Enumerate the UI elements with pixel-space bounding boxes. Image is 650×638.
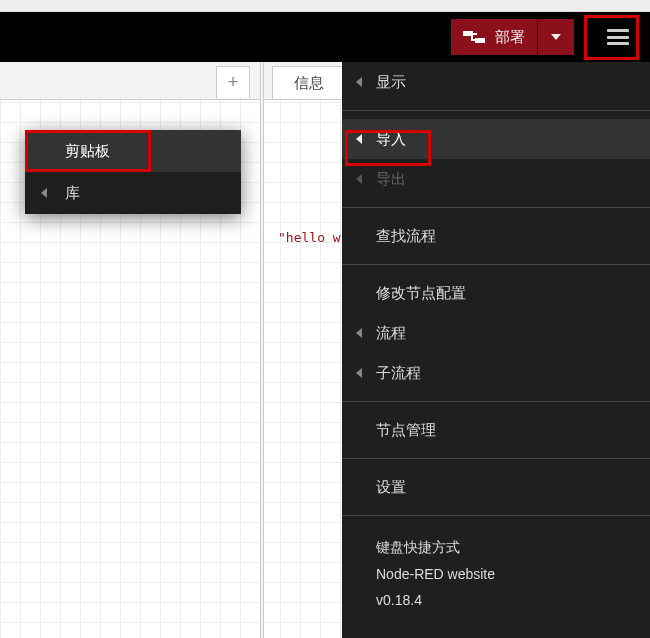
svg-rect-4: [471, 33, 473, 41]
menu-footer: 键盘快捷方式 Node-RED website v0.18.4: [342, 524, 650, 624]
import-submenu: 剪贴板 库: [25, 130, 241, 214]
deploy-icon: [463, 29, 485, 45]
menu-item-label: 导入: [376, 130, 406, 149]
deploy-button[interactable]: 部署: [451, 19, 537, 55]
submenu-item-library[interactable]: 库: [25, 172, 241, 214]
submenu-item-label: 剪贴板: [65, 142, 110, 161]
menu-item-shortcuts[interactable]: 键盘快捷方式: [376, 534, 640, 561]
caret-down-icon: [551, 34, 561, 40]
menu-item-flows[interactable]: 流程: [342, 313, 650, 353]
menu-separator: [342, 207, 650, 208]
menu-item-label: 导出: [376, 170, 406, 189]
deploy-label: 部署: [495, 28, 525, 47]
menu-item-label: 流程: [376, 324, 406, 343]
submenu-item-clipboard[interactable]: 剪贴板: [25, 130, 241, 172]
menu-item-manage-palette[interactable]: 节点管理: [342, 410, 650, 450]
menu-item-show[interactable]: 显示: [342, 62, 650, 102]
menu-separator: [342, 401, 650, 402]
sidebar-tab-label: 信息: [294, 74, 324, 93]
menu-item-website[interactable]: Node-RED website: [376, 561, 640, 588]
main-menu: 显示 导入 导出 查找流程 修改节点配置 流程 子流程 节点管理 设置 键盘快捷…: [342, 62, 650, 638]
main-menu-button[interactable]: [594, 13, 642, 61]
menu-separator: [342, 110, 650, 111]
deploy-menu-toggle[interactable]: [538, 19, 574, 55]
app-header: 部署: [0, 12, 650, 62]
svg-marker-5: [551, 34, 561, 40]
menu-item-settings[interactable]: 设置: [342, 467, 650, 507]
submenu-item-label: 库: [65, 184, 80, 203]
menu-item-label: 修改节点配置: [376, 284, 466, 303]
menu-separator: [342, 264, 650, 265]
window-chrome: [0, 0, 650, 12]
menu-item-label: 子流程: [376, 364, 421, 383]
menu-item-subflows[interactable]: 子流程: [342, 353, 650, 393]
menu-item-search-flows[interactable]: 查找流程: [342, 216, 650, 256]
add-flow-button[interactable]: +: [216, 66, 250, 98]
sidebar-splitter[interactable]: [260, 62, 264, 638]
menu-separator: [342, 458, 650, 459]
menu-item-label: 显示: [376, 73, 406, 92]
menu-item-import[interactable]: 导入: [342, 119, 650, 159]
sidebar-tab-info[interactable]: 信息: [272, 66, 346, 100]
menu-separator: [342, 515, 650, 516]
menu-item-version: v0.18.4: [376, 587, 640, 614]
menu-item-config-nodes[interactable]: 修改节点配置: [342, 273, 650, 313]
menu-item-label: 设置: [376, 478, 406, 497]
menu-item-label: 查找流程: [376, 227, 436, 246]
plus-icon: +: [228, 72, 239, 93]
menu-item-export[interactable]: 导出: [342, 159, 650, 199]
menu-item-label: 节点管理: [376, 421, 436, 440]
hamburger-icon: [607, 29, 629, 45]
editor-snippet: "hello w: [278, 230, 341, 245]
